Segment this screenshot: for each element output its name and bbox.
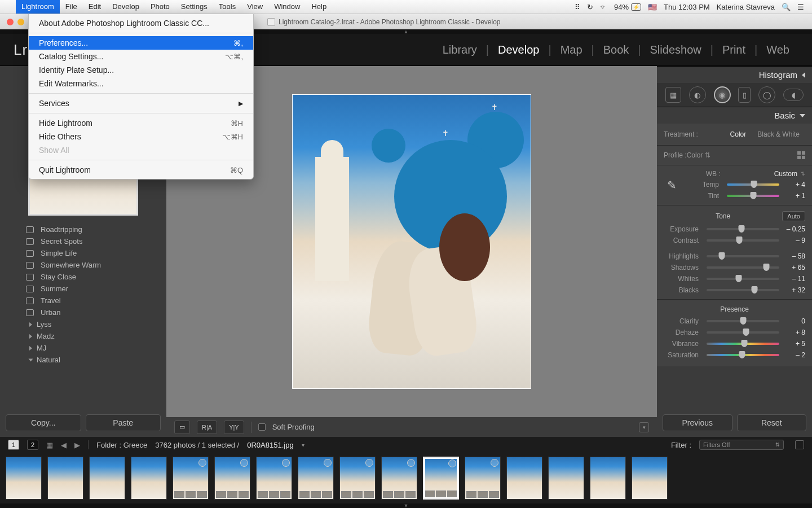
filmstrip-thumb[interactable] xyxy=(381,457,417,500)
filmstrip-thumb[interactable] xyxy=(548,457,584,500)
menu-develop[interactable]: Develop xyxy=(107,0,145,14)
filmstrip-thumb[interactable] xyxy=(89,457,125,500)
vibrance-slider[interactable] xyxy=(707,339,779,348)
exposure-value[interactable]: – 0.25 xyxy=(783,225,805,233)
main-photo[interactable]: ✝✝ xyxy=(292,94,531,389)
preset-folder-list[interactable]: Roadtripping Secret Spots Simple Life So… xyxy=(0,221,166,409)
user-name[interactable]: Katerina Stavreva xyxy=(717,3,775,11)
clarity-value[interactable]: 0 xyxy=(783,317,805,325)
filmstrip-thumb[interactable] xyxy=(173,457,209,500)
menu-quit[interactable]: Quit Lightroom⌘Q xyxy=(29,163,253,177)
grid-view-icon[interactable]: ▦ xyxy=(46,441,53,449)
input-source-flag[interactable]: 🇺🇸 xyxy=(648,3,657,11)
list-item[interactable]: Urban xyxy=(0,306,166,318)
preset-group[interactable]: MJ xyxy=(0,342,166,354)
menu-services[interactable]: Services▶ xyxy=(29,97,253,110)
module-web[interactable]: Web xyxy=(757,43,798,56)
clarity-slider[interactable] xyxy=(707,317,779,326)
paste-settings-button[interactable]: Paste xyxy=(86,414,161,431)
before-after-yy-button[interactable]: Y|Y xyxy=(224,421,244,434)
module-library[interactable]: Library xyxy=(434,43,486,56)
shadows-value[interactable]: + 65 xyxy=(783,264,805,271)
filmstrip-thumb[interactable] xyxy=(6,457,42,500)
histogram-panel-header[interactable]: Histogram xyxy=(657,67,812,83)
highlights-value[interactable]: – 58 xyxy=(783,252,805,260)
radial-filter-tool[interactable]: ◯ xyxy=(758,86,775,103)
module-print[interactable]: Print xyxy=(713,43,754,56)
list-item[interactable]: Secret Spots xyxy=(0,235,166,247)
basic-panel-header[interactable]: Basic xyxy=(657,107,812,124)
folder-breadcrumb[interactable]: Folder : Greece xyxy=(96,441,147,449)
timemachine-icon[interactable]: ↻ xyxy=(587,3,593,11)
battery-status[interactable]: 94% ⚡ xyxy=(614,3,641,11)
list-item[interactable]: Simple Life xyxy=(0,247,166,259)
next-photo-icon[interactable]: ▶ xyxy=(74,441,80,449)
filmstrip-thumb[interactable] xyxy=(47,457,83,500)
menu-window[interactable]: Window xyxy=(268,0,306,14)
module-slideshow[interactable]: Slideshow xyxy=(641,43,710,56)
saturation-slider[interactable] xyxy=(707,351,779,360)
menu-help[interactable]: Help xyxy=(306,0,332,14)
filmstrip[interactable] xyxy=(0,453,812,503)
menu-photo[interactable]: Photo xyxy=(145,0,175,14)
filmstrip-thumb[interactable] xyxy=(131,457,167,500)
close-window-button[interactable] xyxy=(7,19,14,25)
bottom-panel-collapse[interactable]: ▼ xyxy=(0,503,812,508)
menu-hide-lightroom[interactable]: Hide Lightroom⌘H xyxy=(29,116,253,130)
profile-select[interactable]: Color xyxy=(687,151,703,159)
filmstrip-thumb[interactable] xyxy=(590,457,626,500)
adjustment-brush-tool[interactable]: ◖ xyxy=(783,89,804,101)
filmstrip-thumb[interactable] xyxy=(339,457,376,500)
module-develop[interactable]: Develop xyxy=(489,43,548,56)
blacks-value[interactable]: + 32 xyxy=(783,286,805,294)
preset-group[interactable]: Natural xyxy=(0,354,166,366)
dehaze-slider[interactable] xyxy=(707,328,779,337)
previous-button[interactable]: Previous xyxy=(663,414,732,431)
spot-removal-tool[interactable]: ◐ xyxy=(689,86,706,103)
shadows-slider[interactable] xyxy=(707,263,779,272)
list-item[interactable]: Somewhere Warm xyxy=(0,259,166,271)
list-item[interactable]: Summer xyxy=(0,283,166,295)
auto-tone-button[interactable]: Auto xyxy=(782,211,805,221)
prev-photo-icon[interactable]: ◀ xyxy=(61,441,67,449)
filmstrip-thumb[interactable] xyxy=(423,457,459,500)
menu-catalog-settings[interactable]: Catalog Settings...⌥⌘, xyxy=(29,50,253,63)
list-item[interactable]: Roadtripping xyxy=(0,224,166,235)
preset-group[interactable]: Lyss xyxy=(0,318,166,330)
menu-hide-others[interactable]: Hide Others⌥⌘H xyxy=(29,130,253,143)
menu-preferences[interactable]: Preferences...⌘, xyxy=(29,36,253,50)
vibrance-value[interactable]: + 5 xyxy=(783,340,805,348)
filmstrip-thumb[interactable] xyxy=(298,457,334,500)
filter-preset-select[interactable]: Filters Off⇅ xyxy=(699,440,784,450)
before-after-ra-button[interactable]: R|A xyxy=(197,421,217,434)
dehaze-value[interactable]: + 8 xyxy=(783,329,805,336)
contrast-value[interactable]: – 9 xyxy=(783,237,805,244)
list-item[interactable]: Stay Close xyxy=(0,271,166,283)
saturation-value[interactable]: – 2 xyxy=(783,351,805,359)
menu-lightroom[interactable]: Lightroom xyxy=(16,0,60,14)
filmstrip-thumb[interactable] xyxy=(632,457,668,500)
blacks-slider[interactable] xyxy=(707,286,779,295)
preset-group[interactable]: Madz xyxy=(0,330,166,342)
filmstrip-thumb[interactable] xyxy=(214,457,250,500)
menu-about[interactable]: About Adobe Photoshop Lightroom Classic … xyxy=(29,16,253,30)
soft-proofing-checkbox[interactable] xyxy=(258,423,266,431)
wifi-icon[interactable]: ᯤ xyxy=(600,3,607,11)
loupe-view-button[interactable]: ▭ xyxy=(174,421,190,434)
profile-browser-icon[interactable] xyxy=(797,151,805,159)
minimize-window-button[interactable] xyxy=(17,19,24,25)
menu-edit[interactable]: Edit xyxy=(83,0,107,14)
temp-value[interactable]: + 4 xyxy=(783,181,805,189)
whites-slider[interactable] xyxy=(707,274,779,283)
treatment-bw[interactable]: Black & White xyxy=(752,129,805,139)
highlights-slider[interactable] xyxy=(707,252,779,261)
whites-value[interactable]: – 11 xyxy=(783,275,805,283)
clock[interactable]: Thu 12:03 PM xyxy=(664,3,710,11)
menu-edit-watermarks[interactable]: Edit Watermarks... xyxy=(29,77,253,90)
tint-slider[interactable] xyxy=(727,191,779,200)
treatment-color[interactable]: Color xyxy=(725,129,752,139)
filter-lock-icon[interactable] xyxy=(795,440,804,449)
spotlight-icon[interactable]: 🔍 xyxy=(782,3,791,11)
toolbar-options-dropdown[interactable]: ▾ xyxy=(639,422,649,432)
contrast-slider[interactable] xyxy=(707,236,779,245)
